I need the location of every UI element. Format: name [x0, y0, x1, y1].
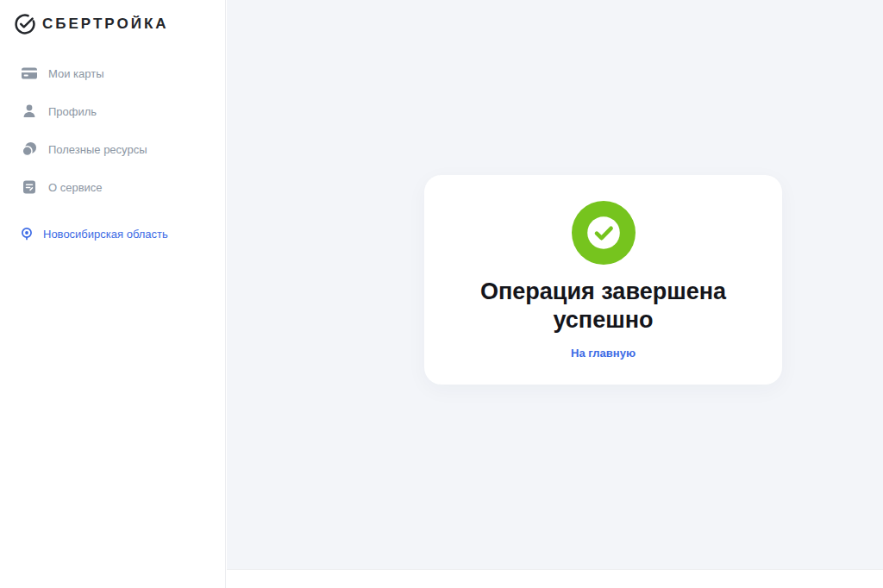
sidebar-item-profile[interactable]: Профиль: [21, 101, 216, 122]
home-link[interactable]: На главную: [571, 347, 636, 360]
cards-icon: [21, 65, 38, 82]
logo-text: СБЕРТРОЙКА: [42, 16, 169, 33]
sidebar-item-label: Профиль: [48, 105, 97, 118]
sidebar-item-resources[interactable]: Полезные ресурсы: [21, 139, 216, 160]
main-content: Операция завершена успешно На главную: [227, 0, 883, 570]
sidebar: СБЕРТРОЙКА Мои карты Профиль: [0, 0, 226, 588]
sidebar-item-label: Мои карты: [48, 67, 104, 80]
about-service-icon: [21, 178, 38, 196]
sidebar-item-label: Полезные ресурсы: [48, 143, 147, 156]
region-selector[interactable]: Новосибирская область: [19, 223, 168, 244]
region-label: Новосибирская область: [43, 228, 168, 241]
resources-icon: [21, 141, 38, 158]
success-check-icon: [572, 201, 636, 265]
result-title: Операция завершена успешно: [461, 278, 746, 335]
sidebar-item-my-cards[interactable]: Мои карты: [21, 63, 216, 84]
geo-pin-icon: [19, 226, 34, 241]
profile-icon: [21, 103, 38, 120]
operation-result-card: Операция завершена успешно На главную: [424, 175, 782, 385]
sber-check-logo-icon: [14, 13, 36, 35]
sidebar-item-about[interactable]: О сервисе: [21, 177, 216, 197]
sidebar-item-label: О сервисе: [48, 181, 103, 194]
sidebar-nav: Мои карты Профиль Полезные ресурсы: [21, 63, 216, 215]
logo-link[interactable]: СБЕРТРОЙКА: [14, 13, 169, 35]
